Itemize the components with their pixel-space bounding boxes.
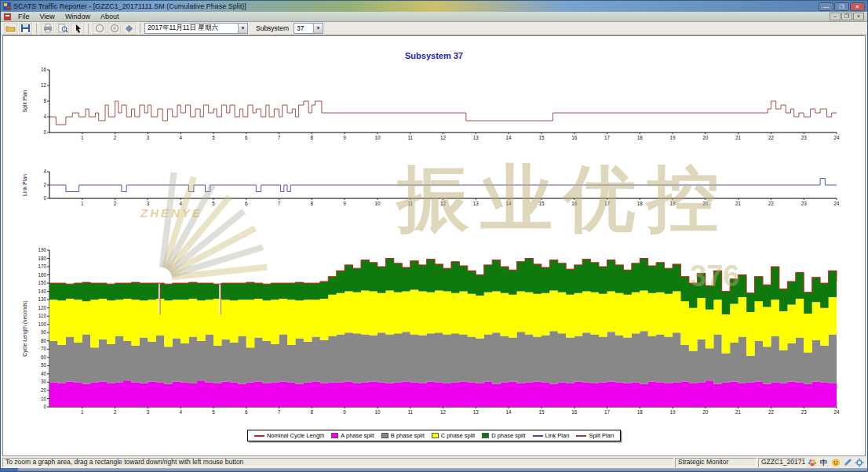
legend-label: Nominal Cycle Length: [267, 432, 324, 439]
close-button[interactable]: ✕: [850, 2, 865, 11]
x-axis: 123456789101112131415161718192021222324: [49, 407, 840, 415]
disabled-tool-button-2: [108, 23, 121, 34]
disabled-target-icon: [110, 24, 119, 33]
svg-text:5: 5: [212, 409, 215, 415]
print-button[interactable]: [41, 23, 54, 34]
menu-view[interactable]: View: [35, 13, 60, 20]
split-plan-chart[interactable]: 0481216Split Plan12345678910111213141516…: [16, 64, 864, 145]
status-hint: To zoom a graph area, drag a rectangle t…: [2, 458, 673, 467]
legend-item: D phase split: [482, 432, 525, 439]
legend-swatch: [432, 433, 439, 438]
svg-text:11: 11: [407, 135, 413, 140]
svg-text:0: 0: [43, 404, 46, 409]
mdi-minimize-button[interactable]: –: [830, 13, 841, 20]
pointer-button[interactable]: [71, 23, 84, 34]
gear-icon[interactable]: [854, 458, 864, 468]
svg-text:16: 16: [41, 67, 47, 72]
svg-text:19: 19: [669, 409, 676, 415]
legend-item: Link Plan: [533, 432, 570, 439]
svg-text:21: 21: [735, 135, 742, 140]
svg-text:16: 16: [571, 135, 578, 140]
svg-text:14: 14: [506, 201, 512, 206]
emoji-icon[interactable]: [830, 458, 841, 468]
svg-text:23: 23: [801, 409, 808, 415]
diamond-button[interactable]: [122, 23, 136, 34]
print-icon: [42, 24, 53, 33]
title-bar[interactable]: SCATS Traffic Reporter - [GZZC1_20171111…: [1, 1, 867, 12]
start-button-sliver[interactable]: [1, 468, 18, 471]
svg-text:90: 90: [41, 329, 47, 335]
svg-text:80: 80: [41, 338, 47, 343]
svg-text:140: 140: [38, 289, 46, 294]
svg-text:17: 17: [604, 201, 611, 206]
link-plan-chart[interactable]: 024Link Plan1234567891011121314151617181…: [16, 164, 864, 214]
svg-text:8: 8: [43, 98, 46, 103]
svg-text:50: 50: [41, 362, 47, 368]
svg-text:3: 3: [147, 135, 150, 140]
date-combobox[interactable]: 2017年11月11日 星期六 ▼: [144, 23, 248, 34]
legend-label: B phase split: [391, 432, 425, 439]
svg-text:60: 60: [41, 354, 47, 360]
paw-icon[interactable]: [807, 458, 817, 468]
disabled-tool-button-1: [93, 23, 106, 34]
svg-text:19: 19: [669, 135, 676, 140]
taskbar-strip[interactable]: [1, 468, 867, 471]
y-axis-title: Link Plan: [22, 174, 27, 196]
svg-text:10: 10: [374, 409, 381, 415]
svg-text:16: 16: [571, 201, 578, 206]
svg-text:40: 40: [41, 371, 47, 376]
svg-text:24: 24: [833, 135, 840, 140]
chevron-down-icon[interactable]: ▼: [313, 24, 323, 33]
open-button[interactable]: [4, 23, 17, 34]
save-icon: [20, 24, 31, 33]
mdi-close-button[interactable]: ×: [853, 13, 864, 20]
svg-text:4: 4: [179, 201, 182, 206]
save-button[interactable]: [19, 23, 32, 34]
menu-file[interactable]: File: [13, 13, 35, 20]
subsystem-combobox[interactable]: 37 ▼: [294, 23, 323, 34]
svg-text:23: 23: [801, 201, 808, 206]
svg-text:13: 13: [473, 135, 480, 140]
document-icon[interactable]: [2, 13, 13, 20]
minimize-button[interactable]: —: [819, 2, 833, 11]
svg-text:2: 2: [114, 409, 117, 415]
legend-swatch: [331, 433, 338, 438]
svg-text:190: 190: [38, 247, 46, 252]
svg-text:12: 12: [41, 82, 47, 88]
svg-text:6: 6: [245, 409, 248, 415]
y-axis: 024Link Plan: [22, 169, 49, 201]
subsystem-value: 37: [297, 24, 310, 32]
maximize-button[interactable]: ❐: [834, 2, 849, 11]
app-icon: [3, 2, 11, 10]
svg-text:120: 120: [38, 305, 46, 310]
svg-text:17: 17: [604, 135, 611, 140]
chevron-down-icon[interactable]: ▼: [238, 24, 247, 33]
svg-text:3: 3: [147, 409, 150, 415]
pencil-icon[interactable]: [842, 458, 852, 468]
svg-text:22: 22: [768, 201, 775, 206]
app-window: SCATS Traffic Reporter - [GZZC1_20171111…: [0, 0, 868, 472]
print-preview-button[interactable]: [56, 23, 69, 34]
svg-text:3: 3: [147, 201, 150, 206]
charts-container[interactable]: 0481216Split Plan12345678910111213141516…: [1, 1, 867, 471]
cycle-length-chart[interactable]: 0102030405060708090100110120130140150160…: [16, 242, 864, 421]
svg-text:15: 15: [538, 201, 545, 206]
svg-text:20: 20: [702, 135, 709, 140]
ime-language-icon[interactable]: 中: [819, 458, 829, 468]
svg-text:17: 17: [604, 409, 611, 415]
svg-text:13: 13: [473, 409, 480, 415]
svg-text:24: 24: [833, 201, 840, 206]
stack-band-0: [49, 380, 837, 407]
svg-text:8: 8: [311, 409, 314, 415]
legend-label: C phase split: [441, 432, 475, 439]
svg-text:20: 20: [41, 387, 47, 393]
menu-about[interactable]: About: [96, 13, 124, 20]
svg-text:8: 8: [311, 135, 314, 140]
legend-item: Nominal Cycle Length: [254, 432, 324, 439]
y-axis: 0102030405060708090100110120130140150160…: [22, 247, 49, 409]
mdi-restore-button[interactable]: ❐: [841, 13, 852, 20]
svg-text:9: 9: [343, 409, 346, 415]
svg-text:15: 15: [538, 409, 545, 415]
menu-window[interactable]: Window: [60, 13, 95, 20]
svg-text:0: 0: [43, 195, 46, 201]
